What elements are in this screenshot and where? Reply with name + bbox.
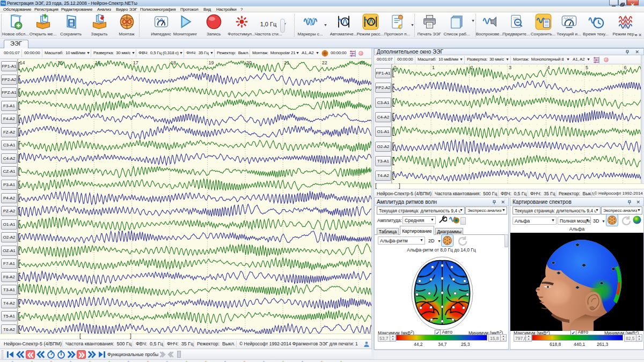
svg-text:3: 3 (509, 65, 511, 70)
svg-text:14: 14 (20, 60, 25, 65)
svg-text:6: 6 (624, 65, 627, 70)
svg-text:18: 18 (171, 60, 176, 65)
svg-text:17: 17 (133, 60, 138, 65)
svg-text:19: 19 (209, 60, 214, 65)
svg-text:5: 5 (586, 65, 588, 70)
svg-text:1: 1 (432, 65, 435, 70)
svg-text:22: 22 (322, 60, 327, 65)
